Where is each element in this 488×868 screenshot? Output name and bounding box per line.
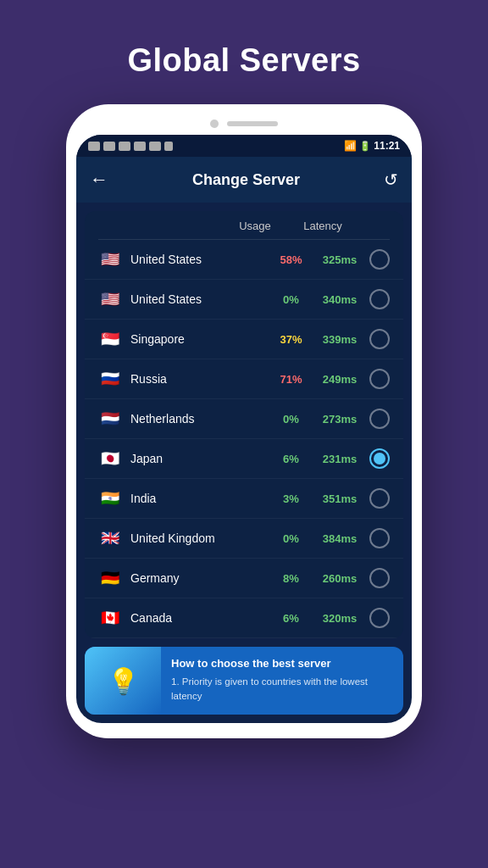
country-flag-6: 🇮🇳 — [98, 490, 122, 507]
country-flag-7: 🇬🇧 — [98, 530, 122, 547]
usage-value-4: 0% — [272, 413, 310, 426]
col-latency-header: Latency — [302, 220, 344, 232]
country-name-4: Netherlands — [130, 412, 263, 426]
usage-value-0: 58% — [272, 253, 310, 266]
tip-section: 💡 How to choose the best server 1. Prior… — [85, 647, 403, 715]
icon-2 — [103, 142, 115, 151]
status-left-icons — [88, 142, 173, 151]
phone-screen: 📶 🔋 11:21 ← Change Server ↺ Usage Latenc… — [76, 135, 412, 723]
page-title: Global Servers — [127, 42, 360, 79]
table-row[interactable]: 🇳🇱 Netherlands 0% 273ms — [85, 399, 403, 439]
table-row[interactable]: 🇷🇺 Russia 71% 249ms — [85, 359, 403, 399]
table-row[interactable]: 🇬🇧 United Kingdom 0% 384ms — [85, 519, 403, 559]
radio-button-4[interactable] — [369, 409, 390, 429]
latency-value-1: 340ms — [319, 293, 361, 306]
latency-value-8: 260ms — [319, 572, 361, 585]
usage-value-7: 0% — [272, 532, 310, 545]
table-row[interactable]: 🇨🇦 Canada 6% 320ms — [85, 598, 403, 638]
latency-value-4: 273ms — [319, 413, 361, 426]
country-flag-3: 🇷🇺 — [98, 370, 122, 387]
battery-icon: 🔋 — [359, 141, 371, 152]
usage-value-5: 6% — [272, 453, 310, 465]
status-bar: 📶 🔋 11:21 — [76, 135, 412, 157]
latency-value-0: 325ms — [319, 253, 361, 266]
country-name-7: United Kingdom — [130, 531, 263, 545]
phone-speaker — [227, 121, 278, 126]
radio-button-9[interactable] — [369, 608, 390, 628]
icon-1 — [88, 142, 100, 151]
country-name-5: Japan — [130, 452, 263, 465]
radio-button-3[interactable] — [369, 369, 390, 389]
status-right: 📶 🔋 11:21 — [344, 140, 400, 152]
country-flag-9: 🇨🇦 — [98, 609, 122, 626]
country-name-8: Germany — [130, 571, 263, 585]
radio-button-2[interactable] — [369, 329, 390, 349]
tip-image: 💡 — [85, 647, 161, 715]
radio-button-6[interactable] — [369, 488, 390, 509]
radio-button-5[interactable] — [369, 448, 390, 469]
icon-3 — [119, 142, 130, 151]
latency-value-3: 249ms — [319, 373, 361, 386]
phone-wrapper: 📶 🔋 11:21 ← Change Server ↺ Usage Latenc… — [66, 104, 422, 738]
wifi-icon: 📶 — [344, 140, 357, 152]
phone-notch — [76, 120, 412, 128]
table-row[interactable]: 🇺🇸 United States 58% 325ms — [85, 240, 403, 280]
table-row[interactable]: 🇸🇬 Singapore 37% 339ms — [85, 320, 403, 359]
country-flag-2: 🇸🇬 — [98, 331, 122, 348]
col-select-header — [369, 220, 390, 232]
country-name-3: Russia — [130, 372, 263, 386]
icon-5 — [149, 142, 161, 151]
country-flag-8: 🇩🇪 — [98, 570, 122, 587]
icon-6 — [164, 142, 173, 151]
usage-value-2: 37% — [272, 333, 310, 346]
radio-button-0[interactable] — [369, 249, 390, 270]
app-header: ← Change Server ↺ — [76, 157, 412, 203]
country-name-0: United States — [130, 253, 263, 266]
refresh-button[interactable]: ↺ — [384, 170, 398, 190]
tip-content: How to choose the best server 1. Priorit… — [161, 647, 403, 715]
table-row[interactable]: 🇮🇳 India 3% 351ms — [85, 479, 403, 519]
usage-value-6: 3% — [272, 492, 310, 505]
table-row[interactable]: 🇩🇪 Germany 8% 260ms — [85, 559, 403, 598]
tip-icon: 💡 — [108, 666, 139, 696]
usage-value-1: 0% — [272, 293, 310, 306]
radio-button-1[interactable] — [369, 289, 390, 309]
latency-value-6: 351ms — [319, 492, 361, 505]
radio-button-7[interactable] — [369, 528, 390, 548]
latency-value-7: 384ms — [319, 532, 361, 545]
usage-value-3: 71% — [272, 373, 310, 386]
country-flag-0: 🇺🇸 — [98, 251, 122, 268]
table-header-row: Usage Latency — [85, 211, 403, 239]
col-usage-header: Usage — [234, 220, 276, 232]
usage-value-8: 8% — [272, 572, 310, 585]
status-time: 11:21 — [374, 140, 400, 152]
tip-text: 1. Priority is given to countries with t… — [171, 675, 393, 704]
country-flag-4: 🇳🇱 — [98, 410, 122, 427]
header-title: Change Server — [192, 171, 300, 189]
phone-camera — [210, 120, 219, 128]
country-flag-1: 🇺🇸 — [98, 291, 122, 308]
country-flag-5: 🇯🇵 — [98, 450, 122, 467]
country-name-2: Singapore — [130, 332, 263, 346]
radio-button-8[interactable] — [369, 568, 390, 588]
latency-value-9: 320ms — [319, 612, 361, 625]
country-name-9: Canada — [130, 611, 263, 625]
icon-4 — [134, 142, 146, 151]
usage-value-9: 6% — [272, 612, 310, 625]
country-name-1: United States — [130, 292, 263, 306]
country-name-6: India — [130, 492, 263, 505]
back-button[interactable]: ← — [90, 169, 108, 191]
latency-value-2: 339ms — [319, 333, 361, 346]
table-row[interactable]: 🇺🇸 United States 0% 340ms — [85, 280, 403, 320]
tip-title: How to choose the best server — [171, 657, 393, 670]
server-list-container: Usage Latency 🇺🇸 United States 58% 325ms… — [85, 211, 403, 638]
latency-value-5: 231ms — [319, 453, 361, 465]
table-row[interactable]: 🇯🇵 Japan 6% 231ms — [85, 439, 403, 479]
